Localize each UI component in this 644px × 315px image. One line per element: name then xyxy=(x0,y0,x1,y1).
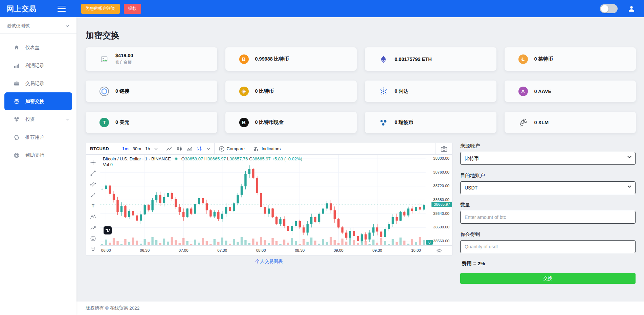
time-tick: 06:30 xyxy=(137,248,152,252)
usdt-icon: T xyxy=(99,117,109,128)
theme-toggle[interactable] xyxy=(600,4,618,13)
price-tick: 38640.00 xyxy=(433,211,449,216)
compare-button[interactable]: Compare xyxy=(215,143,249,154)
btc-icon: B xyxy=(239,54,249,64)
balance-cards-grid: $419.00账户余额B0.99988 比特币0.00175792 ETHŁ0 … xyxy=(86,47,636,133)
svg-text:T: T xyxy=(92,203,94,208)
candles-chart-type-icon[interactable] xyxy=(176,146,182,152)
crypto-exchange-icon xyxy=(14,98,20,105)
interval-1m-button[interactable]: 1m xyxy=(122,146,129,151)
legend-ohlc-values: O38658.07 H38665.97 L38657.76 C38665.97 … xyxy=(181,156,302,161)
card-value: 0 XLM xyxy=(534,120,549,125)
support-icon xyxy=(14,152,20,158)
chevron-down-icon xyxy=(66,25,69,27)
current-price-tag: 38665.97 xyxy=(431,202,452,207)
interval-1h-button[interactable]: 1h xyxy=(145,146,150,151)
trading-chart-panel: BTCUSD 1m30m1h Compare Indicators T xyxy=(86,143,452,255)
toggle-knob xyxy=(601,5,608,13)
card-value: 0 AAVE xyxy=(534,89,552,94)
legend-volume: Vol 0 xyxy=(103,162,113,167)
referral-icon xyxy=(14,134,20,140)
price-axis[interactable]: 38800.0038760.0038720.0038680.0038640.00… xyxy=(426,155,452,245)
personal-trading-chart-link[interactable]: 个人交易图表 xyxy=(256,259,283,264)
interval-30m-button[interactable]: 30m xyxy=(133,146,141,151)
fund-account-button[interactable]: 为您的帐户注资 xyxy=(81,4,120,14)
candlestick-chart[interactable]: Bitcoin / U.S. Dollar · 1 · BINANCE O386… xyxy=(100,155,426,245)
xlm-icon xyxy=(518,117,528,128)
sidebar-item-5[interactable]: 投资 xyxy=(0,110,76,128)
price-tick: 38760.00 xyxy=(433,170,449,174)
time-tick: 09:30 xyxy=(370,248,385,252)
account-selector-label: 测试仪测试 xyxy=(7,23,30,29)
amount-input[interactable] xyxy=(460,211,636,224)
snapshot-camera-icon[interactable] xyxy=(436,143,452,154)
source-account-select[interactable]: 比特币 xyxy=(460,152,636,165)
balance-card-11: 0 瑞波币 xyxy=(365,112,496,133)
fee-text: 费用 = 2% xyxy=(462,261,636,267)
price-tick: 38560.00 xyxy=(433,239,449,243)
sidebar-item-label: 交易记录 xyxy=(25,81,44,87)
drawing-toolbar: T xyxy=(86,155,100,255)
receive-label: 你会得到 xyxy=(460,231,636,238)
balance-image-icon xyxy=(99,54,109,64)
price-tick: 38800.00 xyxy=(433,156,449,160)
brand-title: 网上交易 xyxy=(7,4,37,14)
balance-card-6: ◈0 比特币 xyxy=(225,81,357,102)
bch-icon: B xyxy=(239,117,249,128)
card-value: 0 比特币 xyxy=(255,88,274,94)
account-selector[interactable]: 测试仪测试 xyxy=(0,17,76,34)
eth-icon xyxy=(378,54,388,64)
user-profile-icon[interactable] xyxy=(628,5,635,13)
parallel-channel-icon[interactable] xyxy=(89,180,97,188)
balance-card-2: B0.99988 比特币 xyxy=(225,47,357,71)
price-tick: 38600.00 xyxy=(433,225,449,229)
forecast-icon[interactable] xyxy=(89,223,97,232)
balance-card-1: $419.00账户余额 xyxy=(86,47,217,71)
swap-submit-button[interactable]: 交换 xyxy=(460,273,636,284)
crosshair-icon[interactable] xyxy=(89,158,97,166)
card-value: 0 瑞波币 xyxy=(395,119,414,126)
brush-icon[interactable] xyxy=(89,191,97,199)
destination-account-label: 目的地账户 xyxy=(460,172,636,179)
chart-type-caret-icon[interactable] xyxy=(207,148,210,150)
interval-dropdown-caret-icon[interactable] xyxy=(154,148,158,150)
text-tool-icon[interactable]: T xyxy=(89,202,97,210)
indicators-button[interactable]: Indicators xyxy=(249,143,285,154)
sidebar-item-1[interactable]: 仪表盘 xyxy=(0,39,76,57)
personal-chart-link-row: 个人交易图表 xyxy=(86,258,452,265)
time-axis[interactable]: 06:0006:3007:0007:3008:0008:3009:0009:30… xyxy=(100,245,452,255)
balance-card-3: 0.00175792 ETH xyxy=(365,47,496,71)
area-chart-type-icon[interactable] xyxy=(186,146,193,152)
sidebar-item-label: 利润记录 xyxy=(25,63,44,69)
tradingview-logo[interactable] xyxy=(104,226,112,234)
hamburger-menu-icon[interactable] xyxy=(58,6,66,12)
axis-settings-gear-icon[interactable] xyxy=(426,246,452,255)
bars-chart-type-icon[interactable] xyxy=(197,146,203,152)
magnet-icon[interactable] xyxy=(89,245,97,254)
destination-account-select[interactable]: USDT xyxy=(460,181,636,194)
balance-card-5: 0 链接 xyxy=(86,81,217,102)
time-tick: 07:00 xyxy=(176,248,191,252)
sidebar-item-label: 投资 xyxy=(25,116,35,122)
chainlink-icon xyxy=(99,86,109,96)
trendline-icon[interactable] xyxy=(89,169,97,177)
card-value: 0 阿达 xyxy=(395,88,408,94)
legend-symbol-title: Bitcoin / U.S. Dollar · 1 · BINANCE xyxy=(103,156,171,161)
chart-symbol[interactable]: BTCUSD xyxy=(86,143,118,154)
sidebar-item-2[interactable]: 利润记录 xyxy=(0,57,76,74)
card-value: 0 比特币现金 xyxy=(255,119,284,126)
card-value: 0 链接 xyxy=(115,88,129,94)
emoji-icon[interactable] xyxy=(89,234,97,243)
receive-input[interactable] xyxy=(460,240,636,253)
xabcd-pattern-icon[interactable] xyxy=(89,212,97,221)
indicators-icon xyxy=(253,146,260,152)
sidebar-item-label: 帮助支持 xyxy=(25,152,44,158)
source-account-label: 来源账户 xyxy=(460,143,636,149)
balance-card-9: T0 美元 xyxy=(86,112,217,133)
withdraw-button[interactable]: 提款 xyxy=(124,4,141,14)
sidebar-item-4[interactable]: 加密交换 xyxy=(4,92,72,110)
sidebar-item-6[interactable]: 推荐用户 xyxy=(0,128,76,146)
sidebar-item-7[interactable]: 帮助支持 xyxy=(0,146,76,164)
sidebar-item-3[interactable]: 交易记录 xyxy=(0,74,76,92)
line-chart-type-icon[interactable] xyxy=(166,146,172,152)
